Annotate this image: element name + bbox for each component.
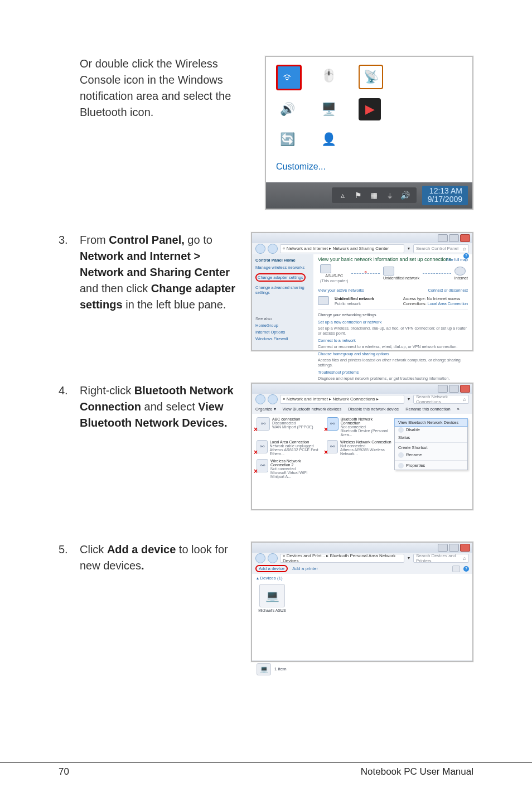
menu-view-bt[interactable]: View Bluetooth Network Devices	[394, 418, 468, 427]
antenna-icon[interactable]: 📡	[359, 65, 383, 89]
troubleshoot-link[interactable]: Troubleshoot problems	[318, 370, 468, 375]
status-icon: 💻	[257, 663, 271, 675]
tray-bars-icon[interactable]: ⏚	[384, 190, 395, 201]
organize-menu[interactable]: Organize ▾	[255, 407, 276, 412]
setup-link[interactable]: Set up a new connection or network	[318, 320, 468, 325]
conn-item-bluetooth[interactable]: ⚯× Bluetooth Network ConnectionNot conne…	[327, 417, 391, 437]
back-button[interactable]	[255, 553, 265, 563]
connect-link[interactable]: Connect to a network	[318, 338, 468, 343]
sidebar-link-wireless[interactable]: Manage wireless networks	[255, 265, 310, 270]
min-button[interactable]	[438, 544, 448, 552]
wifi-icon[interactable]: ᯤ	[276, 65, 302, 90]
see-also-firewall[interactable]: Windows Firewall	[255, 336, 310, 341]
breadcrumb[interactable]: « Network and Internet ▸ Network and Sha…	[280, 244, 404, 253]
add-device-button[interactable]: Add a device	[255, 565, 288, 572]
access-type-value: No Internet access	[427, 296, 460, 301]
view-button[interactable]	[452, 566, 460, 572]
node-net: Unidentified network	[383, 276, 419, 281]
connection-icon: ⚯×	[257, 459, 268, 472]
public-network-label: Public network	[335, 301, 374, 306]
search-input[interactable]: Search Control Panel	[413, 244, 469, 253]
node-pc-sub: (This computer)	[320, 278, 348, 283]
min-button[interactable]	[438, 385, 448, 393]
monitor-icon[interactable]: 🖥️	[317, 98, 340, 120]
breadcrumb[interactable]: « Devices and Print... ▸ Bluetooth Perso…	[280, 554, 404, 563]
toolbar-more[interactable]: »	[457, 407, 460, 412]
mouse-icon[interactable]: 🖱️	[317, 65, 340, 87]
see-also-homegroup[interactable]: HomeGroup	[255, 323, 310, 328]
user-icon[interactable]: 👤	[317, 128, 340, 151]
menu-rename[interactable]: Rename	[395, 451, 467, 459]
toolbar: Add a device Add a printer ?	[252, 564, 472, 574]
menu-shortcut[interactable]: Create Shortcut	[395, 444, 467, 451]
tray-flag-icon[interactable]: ⚑	[353, 190, 364, 201]
sidebar-link-adapter[interactable]: Change adapter settings	[255, 273, 306, 282]
full-map-link[interactable]: See full map	[446, 258, 468, 262]
tray-up-icon[interactable]: ▵	[337, 190, 349, 201]
video-icon[interactable]: ▶	[359, 98, 381, 120]
devices-header[interactable]: ▴ Devices (1)	[252, 574, 472, 581]
intro-text: Or double click the Wireless Console ico…	[80, 57, 231, 118]
search-input[interactable]: Search Network Connections	[413, 395, 469, 404]
connections-link[interactable]: Local Area Connection	[428, 301, 468, 306]
close-button[interactable]	[460, 544, 470, 552]
menu-properties[interactable]: Properties	[395, 462, 467, 470]
speaker-icon[interactable]: 🔊	[276, 98, 298, 120]
conn-item[interactable]: ⚯× Wireless Network Connection 2Not conn…	[257, 459, 321, 479]
tray-date: 9/17/2009	[428, 195, 462, 204]
tray-time: 12:13 AM	[428, 187, 462, 195]
forward-button[interactable]	[268, 394, 278, 404]
unidentified-icon	[318, 296, 329, 305]
tray-net-icon[interactable]: ▦	[369, 190, 380, 201]
view-active-link[interactable]: View your active networks	[318, 288, 364, 293]
see-also-internet-options[interactable]: Internet Options	[255, 330, 310, 335]
min-button[interactable]	[438, 234, 448, 242]
node-internet-icon	[454, 267, 466, 276]
homegroup-link[interactable]: Choose homegroup and sharing options	[318, 351, 468, 356]
node-pc: ASUS-PC	[320, 273, 348, 278]
menu-status[interactable]: Status	[395, 434, 467, 441]
toolbar-disable[interactable]: Disable this network device	[348, 407, 399, 412]
step-number: 5.	[59, 542, 80, 558]
customize-link[interactable]: Customize...	[266, 156, 472, 182]
sidebar-header: Control Panel Home	[255, 258, 310, 263]
add-printer-button[interactable]: Add a printer	[292, 566, 318, 571]
connections-list: ⚯× ABC connectionDisconnectedWAN Minipor…	[252, 414, 401, 482]
conn-item[interactable]: ⚯× ABC connectionDisconnectedWAN Minipor…	[257, 417, 321, 437]
step-text: Click Add a device to look for new devic…	[80, 542, 247, 574]
breadcrumb[interactable]: « Network and Internet ▸ Network Connect…	[280, 395, 404, 404]
search-input[interactable]: Search Devices and Printers	[413, 554, 469, 563]
footer-title: Notebook PC User Manual	[361, 766, 473, 777]
tray-clock[interactable]: 12:13 AM 9/17/2009	[422, 186, 468, 205]
conn-item[interactable]: ⚯× Local Area ConnectionNetwork cable un…	[257, 440, 321, 456]
screenshot-network-connections: « Network and Internet ▸ Network Connect…	[251, 383, 473, 510]
device-item[interactable]: 💻 Michael's ASUS	[258, 584, 287, 612]
connect-disconnect-link[interactable]: Connect or disconnect	[428, 288, 468, 293]
help-icon[interactable]: ?	[463, 566, 469, 572]
page-number: 70	[59, 766, 69, 777]
toolbar-view-bt[interactable]: View Bluetooth network devices	[283, 407, 342, 412]
sidebar: Control Panel Home Manage wireless netwo…	[252, 254, 313, 350]
forward-button[interactable]	[268, 553, 278, 563]
refresh-icon[interactable]: 🔄	[276, 128, 298, 151]
window-titlebar	[252, 543, 472, 553]
close-button[interactable]	[460, 385, 470, 393]
menu-disable[interactable]: Disable	[395, 426, 467, 434]
status-bar: 💻 1 item	[252, 660, 472, 678]
back-button[interactable]	[255, 244, 265, 254]
forward-button[interactable]	[268, 244, 278, 254]
back-button[interactable]	[255, 394, 265, 404]
max-button[interactable]	[449, 385, 459, 393]
screenshot-tray-popup: ᯤ 🖱️ 📡 🔊 🖥️ ▶ 🔄 👤 Customize... ▵ ⚑	[265, 56, 473, 210]
sidebar-link-sharing[interactable]: Change advanced sharing settings	[255, 285, 310, 295]
close-button[interactable]	[460, 234, 470, 242]
red-x-icon: ×	[365, 269, 367, 274]
homegroup-desc: Access files and printers located on oth…	[318, 357, 468, 368]
max-button[interactable]	[449, 544, 459, 552]
conn-item[interactable]: ⚯× Wireless Network ConnectionNot connec…	[327, 440, 391, 456]
troubleshoot-desc: Diagnose and repair network problems, or…	[318, 376, 468, 381]
toolbar-rename[interactable]: Rename this connection	[405, 407, 450, 412]
max-button[interactable]	[449, 234, 459, 242]
tray-vol-icon[interactable]: 🔊	[400, 190, 411, 201]
step-number: 4.	[59, 383, 80, 399]
